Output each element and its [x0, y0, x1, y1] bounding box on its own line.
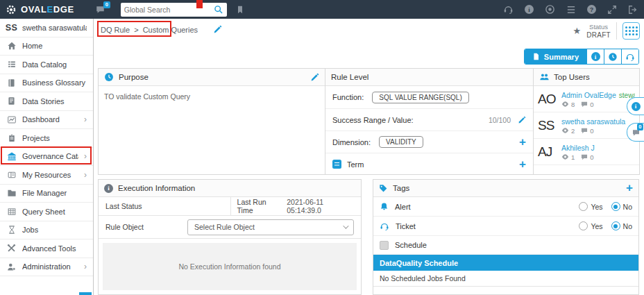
purpose-text: TO validate Custom Query	[99, 86, 325, 107]
dimension-value-pill[interactable]: VALIDITY	[379, 136, 423, 148]
resources-icon	[6, 171, 17, 179]
sidebar-item-jobs[interactable]: Jobs	[0, 221, 93, 240]
comment-icon	[581, 128, 588, 134]
top-user-row: SS swetha saraswatula 2 0	[534, 112, 639, 139]
bookmark-icon[interactable]	[236, 5, 244, 15]
top-users-panel: Top Users AO Admin OvalEdgesteward ... 8…	[533, 68, 640, 175]
sidebar-item-data-catalog[interactable]: Data Catalog	[0, 56, 93, 74]
breadcrumb-separator: >	[134, 26, 138, 34]
rule-object-label: Rule Object	[105, 223, 144, 231]
comment-icon	[581, 154, 588, 160]
eye-icon	[561, 154, 569, 160]
breadcrumb-root[interactable]: DQ Rule	[101, 26, 130, 34]
view-toolbar: Summary i	[524, 49, 639, 65]
add-tag-button[interactable]: +	[626, 183, 633, 193]
sidebar-item-projects[interactable]: Projects	[0, 129, 93, 148]
tags-title: Tags	[393, 184, 409, 192]
last-run-time-value: 2021-06-11 05:14:39.0	[287, 198, 361, 214]
success-range-value: 10/100	[489, 116, 511, 124]
alert-yes-radio[interactable]	[579, 202, 588, 211]
gear-logo-icon	[6, 4, 17, 15]
success-range-label: Success Range / Value:	[332, 116, 414, 124]
apps-grid-button[interactable]	[622, 22, 640, 40]
edit-title-pencil-icon[interactable]	[213, 25, 222, 34]
info-icon[interactable]: i	[525, 5, 534, 14]
sidebar-item-my-resources[interactable]: My Resources ›	[0, 166, 93, 185]
sidebar-item-business-glossary[interactable]: Business Glossary	[0, 74, 93, 93]
rule-object-select[interactable]: Select Rule Object	[187, 219, 354, 235]
tags-panel: Tags + Alert Yes No Ticket Yes No	[373, 179, 639, 295]
ovaledge-logo[interactable]: OVALEDGE	[6, 4, 74, 15]
user-link[interactable]: swetha saraswatula	[561, 117, 635, 126]
info-view-button[interactable]: i	[586, 49, 604, 64]
add-term-button[interactable]: +	[519, 160, 526, 169]
support-view-button[interactable]	[621, 49, 638, 64]
list-icon	[6, 60, 17, 69]
table-icon	[6, 208, 17, 216]
chat-badge: 0	[637, 124, 643, 130]
user-link[interactable]: Admin OvalEdgesteward ...	[561, 91, 635, 99]
user-link[interactable]: Akhilesh J	[561, 144, 635, 152]
term-label: Term	[347, 160, 364, 169]
add-dimension-button[interactable]: +	[519, 137, 526, 147]
term-book-icon	[332, 160, 341, 169]
sidebar-collapse-button[interactable]	[79, 292, 92, 295]
ticket-no-radio[interactable]	[611, 221, 620, 230]
rule-level-panel: Rule Level Function: SQL VALUE RANGE(SQL…	[325, 68, 534, 175]
breadcrumb-current: Custom Queries	[143, 26, 198, 34]
floating-chat-button[interactable]: 0	[627, 123, 644, 142]
home-icon	[6, 41, 17, 51]
top-user-row: AO Admin OvalEdgesteward ... 8 0	[534, 86, 639, 112]
sidebar-item-home[interactable]: Home	[0, 37, 93, 56]
schedule-checkbox[interactable]	[380, 241, 389, 250]
divider	[616, 22, 617, 40]
clipboard-icon	[6, 133, 17, 143]
edit-success-range-pencil-icon[interactable]	[518, 116, 526, 124]
summary-button[interactable]: Summary	[525, 49, 586, 64]
edit-purpose-pencil-icon[interactable]	[310, 73, 319, 82]
notifications-chat-icon[interactable]: 0	[95, 5, 105, 15]
sidebar-item-dashboard[interactable]: Dashboard ›	[0, 111, 93, 130]
sidebar-user[interactable]: SS swetha saraswatula	[0, 19, 93, 37]
eye-icon	[561, 101, 569, 107]
document-icon	[532, 52, 540, 61]
dataquality-schedule-banner: DataQuality Schedule	[373, 255, 638, 271]
purpose-panel: Purpose TO validate Custom Query	[98, 68, 325, 175]
status-value: DRAFT	[586, 31, 611, 40]
sidebar-item-file-manager[interactable]: File Manager	[0, 185, 93, 203]
fullscreen-icon[interactable]	[607, 5, 617, 15]
user-initials: SS	[6, 23, 17, 33]
ticket-yes-radio[interactable]	[579, 221, 588, 230]
star-icon[interactable]: ★	[573, 26, 582, 36]
notification-badge: 0	[103, 1, 110, 8]
bell-icon	[380, 202, 389, 212]
alert-no-radio[interactable]	[611, 202, 620, 211]
status-cluster: ★ Status DRAFT	[573, 22, 641, 40]
chevron-down-icon	[343, 223, 348, 228]
brand-text: OVALEDGE	[21, 4, 74, 15]
menu-icon[interactable]	[566, 6, 576, 14]
history-clock-button[interactable]	[604, 49, 621, 64]
governance-bank-icon	[6, 151, 17, 161]
sidebar-item-data-stories[interactable]: Data Stories	[0, 92, 93, 111]
sidebar-item-advanced-tools[interactable]: Advanced Tools	[0, 239, 93, 258]
sidebar-item-administration[interactable]: Administration ›	[0, 258, 93, 277]
ticket-label: Ticket	[396, 222, 416, 230]
top-users-title: Top Users	[554, 73, 590, 81]
browser-icon[interactable]	[545, 4, 555, 15]
search-icon[interactable]	[214, 5, 223, 15]
support-headset-icon[interactable]	[503, 4, 514, 15]
breadcrumb: DQ Rule > Custom Queries	[101, 25, 222, 34]
no-scheduled-jobs-message: No Scheduled Jobs Found	[373, 271, 638, 287]
floating-info-button[interactable]: i	[627, 97, 644, 115]
sidebar-item-query-sheet[interactable]: Query Sheet	[0, 203, 93, 221]
help-icon[interactable]: ?	[587, 5, 596, 14]
sidebar-item-governance-catalog[interactable]: Governance Catalog ›	[0, 148, 93, 167]
main-content: DQ Rule > Custom Queries ★ Status DRAFT …	[94, 19, 644, 295]
logout-icon[interactable]	[628, 5, 638, 15]
tools-icon	[6, 244, 17, 253]
users-icon	[539, 73, 550, 81]
grid-dots-icon	[625, 26, 638, 35]
rule-level-title: Rule Level	[331, 73, 368, 81]
function-value-pill[interactable]: SQL VALUE RANGE(SQL)	[372, 92, 468, 103]
